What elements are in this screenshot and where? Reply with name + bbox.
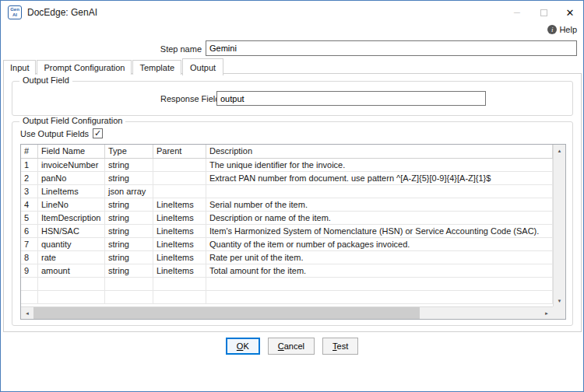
ok-button[interactable]: OK bbox=[226, 338, 260, 355]
table-row[interactable]: 7quantitystringLineItemsQuantity of the … bbox=[21, 238, 553, 251]
horizontal-scrollbar[interactable]: ◄ ► bbox=[21, 306, 553, 319]
table-cell: string bbox=[105, 198, 153, 211]
window-title: DocEdge: GenAI bbox=[27, 7, 97, 18]
window-controls: ─ ✕ bbox=[504, 1, 583, 24]
table-cell: string bbox=[105, 212, 153, 224]
tab-output[interactable]: Output bbox=[182, 58, 223, 75]
table-cell: LineNo bbox=[38, 198, 105, 211]
column-header[interactable]: Type bbox=[105, 145, 153, 158]
column-header[interactable]: Parent bbox=[153, 145, 206, 158]
table-cell bbox=[153, 278, 206, 290]
maximize-button[interactable] bbox=[530, 1, 557, 24]
table-cell: LineItems bbox=[153, 198, 206, 211]
tab-input[interactable]: Input bbox=[3, 60, 36, 75]
table-row[interactable]: 8ratestringLineItemsRate per unit of the… bbox=[21, 251, 553, 264]
use-output-fields-row: Use Output Fields ✓ bbox=[20, 128, 103, 138]
output-fields-table: #Field NameTypeParentDescription 1invoic… bbox=[20, 144, 566, 320]
table-row[interactable]: 5ItemDescriptionstringLineItemsDescripti… bbox=[21, 212, 553, 225]
step-name-label: Step name bbox=[1, 44, 202, 54]
table-cell: quantity bbox=[38, 238, 105, 250]
minimize-icon[interactable]: ─ bbox=[504, 1, 530, 24]
table-cell: HSN/SAC bbox=[38, 225, 105, 237]
table-header-row: #Field NameTypeParentDescription bbox=[21, 145, 553, 159]
help-label: Help bbox=[559, 25, 577, 34]
table-cell bbox=[105, 278, 153, 290]
table-cell: 1 bbox=[21, 159, 38, 171]
table-cell bbox=[206, 278, 553, 290]
column-header[interactable]: Description bbox=[206, 145, 553, 158]
table-cell: 5 bbox=[21, 212, 38, 224]
table-row[interactable]: 4LineNostringLineItemsSerial number of t… bbox=[21, 198, 553, 212]
scroll-up-icon[interactable]: ▲ bbox=[554, 145, 566, 156]
table-row-empty bbox=[21, 291, 553, 304]
table-cell: amount bbox=[38, 264, 105, 277]
table-cell: Total amount for the item. bbox=[206, 264, 553, 277]
table-cell bbox=[38, 291, 105, 303]
table-cell bbox=[38, 278, 105, 290]
scroll-left-icon[interactable]: ◄ bbox=[21, 307, 33, 319]
column-header[interactable]: Field Name bbox=[38, 145, 105, 158]
table-cell: LineItems bbox=[153, 251, 206, 264]
table-cell: string bbox=[105, 159, 153, 171]
table-cell bbox=[105, 291, 153, 303]
tab-bar: Input Prompt Configuration Template Outp… bbox=[3, 58, 224, 75]
table-cell: LineItems bbox=[38, 185, 105, 198]
table-cell bbox=[153, 159, 206, 171]
table-cell bbox=[153, 185, 206, 198]
table-cell: Quantity of the item or number of packag… bbox=[206, 238, 553, 250]
scroll-down-icon[interactable]: ▼ bbox=[554, 295, 566, 306]
column-header[interactable]: # bbox=[21, 145, 38, 158]
table-cell: Extract PAN number from document. use pa… bbox=[206, 172, 553, 184]
table-cell bbox=[206, 185, 553, 198]
dialog-window: Gen AI DocEdge: GenAI ─ ✕ i Help Step na… bbox=[0, 0, 584, 392]
scrollbar-corner bbox=[553, 306, 565, 319]
table-cell: string bbox=[105, 238, 153, 250]
use-output-fields-label: Use Output Fields bbox=[20, 129, 89, 138]
table-cell: 4 bbox=[21, 198, 38, 211]
vertical-scrollbar[interactable]: ▲ ▼ bbox=[553, 145, 565, 306]
use-output-fields-checkbox[interactable]: ✓ bbox=[93, 128, 103, 138]
output-field-group-title: Output Field bbox=[19, 75, 72, 85]
tab-prompt-configuration[interactable]: Prompt Configuration bbox=[37, 60, 132, 75]
table-cell: Serial number of the item. bbox=[206, 198, 553, 211]
table-cell: 8 bbox=[21, 251, 38, 264]
output-field-configuration-group: Output Field Configuration Use Output Fi… bbox=[12, 121, 573, 326]
table-cell: 9 bbox=[21, 264, 38, 277]
table-cell bbox=[206, 291, 553, 303]
table-cell bbox=[153, 172, 206, 184]
table-cell bbox=[21, 291, 38, 303]
table-cell: LineItems bbox=[153, 212, 206, 224]
table-cell: string bbox=[105, 264, 153, 277]
table-cell: rate bbox=[38, 251, 105, 264]
maximize-icon bbox=[540, 9, 547, 16]
cancel-button[interactable]: Cancel bbox=[268, 338, 315, 355]
close-icon[interactable]: ✕ bbox=[557, 1, 583, 24]
table-main: #Field NameTypeParentDescription 1invoic… bbox=[21, 145, 553, 306]
help-link[interactable]: i Help bbox=[547, 25, 577, 34]
table-cell: string bbox=[105, 251, 153, 264]
table-row-empty bbox=[21, 278, 553, 291]
table-cell: Description or name of the item. bbox=[206, 212, 553, 224]
table-row[interactable]: 6HSN/SACstringLineItemsItem's Harmonized… bbox=[21, 225, 553, 238]
table-cell: 7 bbox=[21, 238, 38, 250]
response-field-input[interactable] bbox=[216, 91, 486, 106]
table-cell: json array bbox=[105, 185, 153, 198]
titlebar[interactable]: Gen AI DocEdge: GenAI ─ ✕ bbox=[1, 1, 583, 24]
output-field-group: Output Field Response Field bbox=[12, 81, 573, 116]
scroll-right-icon[interactable]: ► bbox=[540, 307, 553, 319]
table-cell bbox=[153, 291, 206, 303]
table-row[interactable]: 3LineItemsjson array bbox=[21, 185, 553, 198]
table-cell: ItemDescription bbox=[38, 212, 105, 224]
genai-app-icon: Gen AI bbox=[8, 5, 22, 19]
table-row[interactable]: 2panNostringExtract PAN number from docu… bbox=[21, 172, 553, 185]
step-name-input[interactable] bbox=[206, 40, 577, 56]
table-cell: 2 bbox=[21, 172, 38, 184]
horizontal-scroll-thumb[interactable] bbox=[33, 307, 420, 319]
test-button[interactable]: Test bbox=[322, 338, 358, 355]
table-row[interactable]: 9amountstringLineItemsTotal amount for t… bbox=[21, 264, 553, 278]
tab-template[interactable]: Template bbox=[132, 60, 181, 75]
footer: OK Cancel Test bbox=[1, 338, 583, 355]
table-cell: panNo bbox=[38, 172, 105, 184]
table-row[interactable]: 1invoiceNumberstringThe unique identifie… bbox=[21, 159, 553, 172]
table-cell: LineItems bbox=[153, 264, 206, 277]
